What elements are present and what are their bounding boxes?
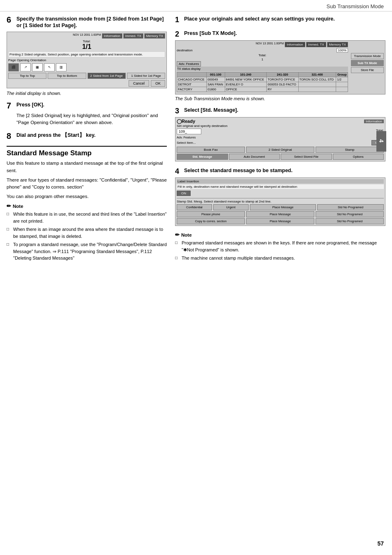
step-r2-heading: 2 Press [Sub TX Mode].	[175, 30, 385, 39]
right-note-heading: ✏ Note	[175, 232, 385, 238]
sub-tx-mode-btn[interactable]: Sub TX Mode	[351, 60, 384, 66]
copy-to-corres-btn[interactable]: Copy to corres. section	[177, 218, 245, 224]
select-stored-file-btn[interactable]: Select Stored File	[281, 154, 332, 160]
label-on-btn[interactable]: ON	[177, 191, 191, 196]
std-message-btn[interactable]: Std. Message	[177, 154, 228, 160]
label-screen: Label Insertion Fill in only, destinatio…	[175, 177, 385, 226]
cancel-btn[interactable]: Cancel	[129, 80, 149, 87]
top-to-bottom-btn[interactable]: Top to Bottom	[48, 73, 86, 79]
place-msg-btn-2[interactable]: Place Message	[246, 211, 314, 217]
immed-tx-btn[interactable]: Immed. TX	[123, 33, 143, 39]
right-note-list: Programed standard messages are shown in…	[175, 240, 385, 262]
orient-2[interactable]: ↗	[20, 63, 31, 71]
screen-total-label: Total: 1/1	[8, 39, 165, 51]
col-header-1: 001-100	[207, 72, 225, 77]
place-msg-btn-1[interactable]: Place Message	[250, 204, 316, 210]
ready-header-row: ◯Ready Information	[177, 119, 384, 124]
step-r1-block: 1 Place your originals and select any sc…	[175, 16, 385, 24]
confidential-btn[interactable]: Confidential	[177, 204, 212, 210]
place-msg-btn-3[interactable]: Place Message	[246, 218, 314, 224]
cell-0-3: TORONTO OFFICE	[267, 77, 298, 82]
ready-input-field[interactable]: 109_	[177, 129, 201, 134]
std-no-programed-btn-1[interactable]: Std No Programed	[317, 204, 384, 210]
step-6-caption: The initial display is shown.	[7, 91, 167, 96]
orientation-row: ⬛ ↗ ▦ ↖ ▥	[8, 63, 165, 71]
memory-tx-btn[interactable]: Memory TX	[144, 33, 165, 39]
orient-5[interactable]: ▥	[56, 63, 67, 71]
sm-total-label: Total:	[177, 53, 348, 57]
step-7-block: 7 Press [OK]. The [2 Sided Original] key…	[7, 101, 167, 127]
sm-info-btn[interactable]: Information	[285, 42, 305, 47]
right-note-title: Note	[181, 233, 192, 237]
step-6-screen: NOV 13 2001 1:00PM Information Immed. TX…	[7, 32, 167, 88]
page-header: Sub Transmission Mode	[0, 0, 392, 12]
right-note-pencil-icon: ✏	[175, 232, 180, 238]
stamp-grid: Confidential Urgent Place Message Std No…	[177, 204, 384, 224]
stamp-row-2: Please phone Place Message Std No Progra…	[177, 211, 384, 217]
standard-message-section: Standard Message Stamp Use this feature …	[7, 149, 167, 262]
label-note: Fill in only, destination name and stand…	[177, 184, 384, 189]
information-btn[interactable]: Information	[102, 33, 122, 39]
left-note-item-3: To program a standard message, use the "…	[7, 241, 167, 262]
sm-right-btns: Transmission Mode Sub TX Mode Store File	[351, 53, 384, 73]
cell-0-4: TORON SCO COLL STD	[298, 77, 336, 82]
select-item-row: Select Item... OK	[177, 140, 384, 145]
page-number: 57	[377, 540, 384, 547]
table-row-1: CHICAGO OFFICE 000049 84691 NEW YORK OFF…	[177, 77, 348, 82]
ok-btn[interactable]: OK	[151, 80, 165, 87]
right-column: 1 Place your originals and select any sc…	[175, 16, 385, 267]
step-7-body: The [2 Sided Original] key is highlighte…	[16, 112, 167, 127]
std-no-programed-btn-2[interactable]: Std No Programed	[316, 211, 384, 217]
col-header-0	[177, 72, 207, 77]
orient-3[interactable]: ▦	[32, 63, 43, 71]
cell-1-1: SAN FRAN	[207, 82, 225, 87]
step-7-title: Press [OK].	[16, 101, 44, 108]
sm-immed-btn[interactable]: Immed. TX	[306, 42, 326, 47]
sm-mem-btn[interactable]: Memory TX	[327, 42, 348, 47]
table-row-3: FACTORY 01800 OFFICE RY	[177, 87, 348, 92]
tab-4-indicator: 4	[376, 131, 386, 152]
adv-features-btn[interactable]: Adv. Features	[177, 62, 348, 66]
screen-total-value: 1/1	[8, 43, 165, 51]
cell-1-0: DETROIT	[177, 82, 207, 87]
orient-4[interactable]: ↖	[44, 63, 55, 71]
now-label: NOV 13 2001 1:00PM	[73, 33, 101, 39]
step-7-heading: 7 Press [OK].	[7, 101, 167, 110]
step-r2-block: 2 Press [Sub TX Mode]. NOV 13 2001 1:00P…	[175, 30, 385, 101]
std-no-programed-btn-3[interactable]: Std No Programed	[316, 218, 384, 224]
store-file-btn[interactable]: Store File	[351, 67, 384, 73]
transmission-mode-btn[interactable]: Transmission Mode	[351, 53, 384, 59]
top-to-top-btn[interactable]: Top to Top	[8, 73, 46, 79]
stamp-btn[interactable]: Stamp	[316, 147, 384, 153]
auto-document-btn[interactable]: Auto Document	[229, 154, 280, 160]
please-phone-btn[interactable]: Please phone	[177, 211, 245, 217]
bottom-btns-row: Top to Top Top to Bottom 2 Sided from 1s…	[8, 73, 165, 79]
book-fax-btn[interactable]: Book Fax	[177, 147, 245, 153]
cell-2-0: FACTORY	[177, 87, 207, 92]
orientation-label: Page Opening Orientation	[8, 58, 165, 62]
1-sided-1st-btn[interactable]: 1 Sided for 1st Page	[127, 73, 165, 79]
ready-title: ◯Ready	[177, 119, 195, 124]
orient-1[interactable]: ⬛	[8, 63, 19, 71]
adv-features-label[interactable]: Adv. Features	[177, 136, 201, 139]
left-note-title: Note	[13, 204, 23, 209]
cell-2-5	[336, 87, 348, 92]
step-8-heading: 8 Dial and press the 【Start】 key.	[7, 132, 167, 140]
table-row-2: DETROIT SAN FRAN EVENLEY O 000053 OLD FA…	[177, 82, 348, 87]
cell-0-0: CHICAGO OFFICE	[177, 77, 207, 82]
sm-datetime: NOV 13 2001 1:00PM	[256, 42, 284, 47]
label-insertion-title: Label Insertion	[177, 179, 384, 184]
2-sided-original-btn[interactable]: 2 Sided Original	[246, 147, 314, 153]
col-header-4: 321-400	[298, 72, 336, 77]
cell-1-5	[336, 82, 348, 87]
step-r4-title: Select the standard message to be stampe…	[184, 167, 293, 174]
options-btn[interactable]: Options	[333, 154, 384, 160]
screen-info-text: Printing 2 Sided originals. Select posit…	[8, 51, 165, 58]
left-note-item-1: While this feature is in use, the second…	[7, 211, 167, 224]
cell-1-3: 000053 OLD FACTO	[267, 82, 298, 87]
section-body2: There are four types of standard message…	[7, 177, 167, 191]
2-sided-1st-btn[interactable]: 2 Sided from 1st Page	[88, 73, 126, 79]
right-note-item-2: The machine cannot stamp multiple standa…	[175, 255, 385, 262]
urgent-btn[interactable]: Urgent	[213, 204, 249, 210]
ready-sub-label: Set original and specify destination	[177, 124, 384, 128]
